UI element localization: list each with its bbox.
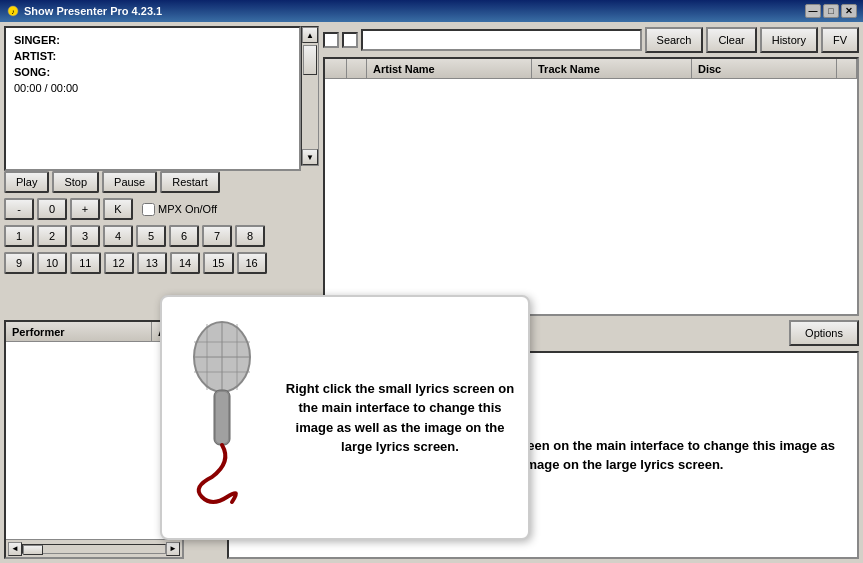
artist-row: ARTIST: <box>14 50 291 62</box>
song-row: SONG: <box>14 66 291 78</box>
scroll-thumb[interactable] <box>303 45 317 75</box>
queue-panel: Performer A ◄ ► <box>4 320 184 559</box>
numpad-11[interactable]: 11 <box>70 252 100 274</box>
th-artist: Artist Name <box>367 59 532 78</box>
th-num2 <box>347 59 367 78</box>
numpad-14[interactable]: 14 <box>170 252 200 274</box>
numpad-row2: 9 10 11 12 13 14 15 16 <box>4 252 319 274</box>
history-button[interactable]: History <box>760 27 818 53</box>
artist-label: ARTIST: <box>14 50 64 62</box>
minimize-btn[interactable]: — <box>805 4 821 18</box>
mpx-label: MPX On/Off <box>158 203 217 215</box>
song-label: SONG: <box>14 66 64 78</box>
numpad-3[interactable]: 3 <box>70 225 100 247</box>
numpad-16[interactable]: 16 <box>237 252 267 274</box>
mpx-checkbox: MPX On/Off <box>142 203 217 216</box>
clear-button[interactable]: Clear <box>706 27 756 53</box>
scroll-up-btn[interactable]: ▲ <box>302 27 318 43</box>
window-controls: — □ ✕ <box>805 4 857 18</box>
hscroll-left-btn[interactable]: ◄ <box>8 542 22 556</box>
info-scrollbar[interactable]: ▲ ▼ <box>301 26 319 166</box>
th-num <box>325 59 347 78</box>
stop-button[interactable]: Stop <box>52 171 99 193</box>
numpad-2[interactable]: 2 <box>37 225 67 247</box>
singer-label: SINGER: <box>14 34 64 46</box>
results-table: Artist Name Track Name Disc <box>323 57 859 316</box>
mpx-input[interactable] <box>142 203 155 216</box>
numpad-15[interactable]: 15 <box>203 252 233 274</box>
table-body <box>325 79 857 299</box>
numpad-1[interactable]: 1 <box>4 225 34 247</box>
transport-buttons: Play Stop Pause Restart <box>4 171 319 193</box>
numpad-7[interactable]: 7 <box>202 225 232 247</box>
maximize-btn[interactable]: □ <box>823 4 839 18</box>
queue-content <box>6 342 182 539</box>
svg-rect-10 <box>216 392 228 443</box>
table-header: Artist Name Track Name Disc <box>325 59 857 79</box>
queue-th-performer: Performer <box>6 322 152 341</box>
numpad-4[interactable]: 4 <box>103 225 133 247</box>
play-button[interactable]: Play <box>4 171 49 193</box>
scroll-down-btn[interactable]: ▼ <box>302 149 318 165</box>
numpad-9[interactable]: 9 <box>4 252 34 274</box>
tooltip-text: Right click the small lyrics screen on t… <box>282 379 518 457</box>
queue-scrollbar: ◄ ► <box>6 539 182 557</box>
numpad-10[interactable]: 10 <box>37 252 67 274</box>
hscroll-thumb[interactable] <box>23 545 43 555</box>
pause-button[interactable]: Pause <box>102 171 157 193</box>
search-button[interactable]: Search <box>645 27 704 53</box>
fv-button[interactable]: FV <box>821 27 859 53</box>
hscroll-right-btn[interactable]: ► <box>166 542 180 556</box>
main-container: SINGER: ARTIST: SONG: 00:00 / 00:00 ▲ <box>0 22 863 563</box>
numpad-13[interactable]: 13 <box>137 252 167 274</box>
plus-button[interactable]: + <box>70 198 100 220</box>
th-disc: Disc <box>692 59 837 78</box>
search-check2[interactable] <box>342 32 358 48</box>
app-title: Show Presenter Pro 4.23.1 <box>24 5 162 17</box>
svg-text:♪: ♪ <box>11 8 15 15</box>
time-display: 00:00 / 00:00 <box>14 82 291 94</box>
hscroll-track <box>22 544 166 554</box>
info-box: SINGER: ARTIST: SONG: 00:00 / 00:00 <box>4 26 301 171</box>
key-controls: - 0 + K MPX On/Off <box>4 198 319 220</box>
right-panel: Search Clear History FV Artist Name Trac… <box>323 26 859 316</box>
mic-left <box>172 312 272 524</box>
numpad-6[interactable]: 6 <box>169 225 199 247</box>
search-bar: Search Clear History FV <box>323 26 859 54</box>
search-input[interactable] <box>361 29 642 51</box>
zero-button[interactable]: 0 <box>37 198 67 220</box>
numpad-row1: 1 2 3 4 5 6 7 8 <box>4 225 319 247</box>
scroll-track <box>302 43 318 149</box>
restart-button[interactable]: Restart <box>160 171 219 193</box>
minus-button[interactable]: - <box>4 198 34 220</box>
numpad-12[interactable]: 12 <box>104 252 134 274</box>
bottom-section: Performer A ◄ ► <box>4 320 859 559</box>
numpad-5[interactable]: 5 <box>136 225 166 247</box>
top-section: SINGER: ARTIST: SONG: 00:00 / 00:00 ▲ <box>4 26 859 316</box>
k-button[interactable]: K <box>103 198 133 220</box>
tooltip-overlay: Right click the small lyrics screen on t… <box>160 295 530 540</box>
numpad-8[interactable]: 8 <box>235 225 265 247</box>
th-track: Track Name <box>532 59 692 78</box>
options-button[interactable]: Options <box>789 320 859 346</box>
close-btn[interactable]: ✕ <box>841 4 857 18</box>
queue-header: Performer A <box>6 322 182 342</box>
left-panel: SINGER: ARTIST: SONG: 00:00 / 00:00 ▲ <box>4 26 319 316</box>
th-extra <box>837 59 857 78</box>
singer-row: SINGER: <box>14 34 291 46</box>
search-check1[interactable] <box>323 32 339 48</box>
app-icon: ♪ <box>6 4 20 18</box>
title-bar: ♪ Show Presenter Pro 4.23.1 — □ ✕ <box>0 0 863 22</box>
